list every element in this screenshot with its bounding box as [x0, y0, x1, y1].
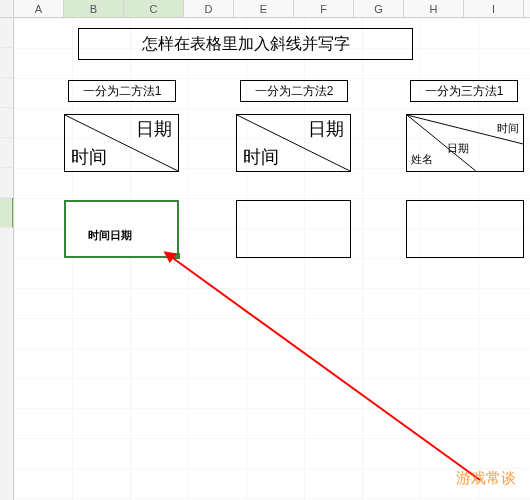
col-header-E[interactable]: E: [234, 0, 294, 17]
col-header-H[interactable]: H: [404, 0, 464, 17]
row-header[interactable]: [0, 18, 13, 48]
col-header-C[interactable]: C: [124, 0, 184, 17]
row-header-active[interactable]: [0, 198, 13, 228]
col-header-I[interactable]: I: [464, 0, 524, 17]
empty-cell-m3: [406, 200, 524, 258]
spreadsheet-area: A B C D E F G H I 怎样在表格里加入斜线并写字 一分为二方法1 …: [0, 0, 530, 500]
col-header-A[interactable]: A: [14, 0, 64, 17]
row-headers: [0, 18, 14, 500]
diag-top-label: 时间: [497, 121, 519, 136]
fill-handle[interactable]: [174, 253, 180, 259]
method-label-3: 一分为三方法1: [410, 80, 518, 102]
diag-bottom-label: 时间: [243, 145, 279, 169]
empty-cell-m2: [236, 200, 351, 258]
diag-top-label: 日期: [136, 117, 172, 141]
method-label-1: 一分为二方法1: [68, 80, 176, 102]
diag-bottom-label: 时间: [71, 145, 107, 169]
method-label-2: 一分为二方法2: [240, 80, 348, 102]
diagonal-cell-m3: 时间 日期 姓名: [406, 114, 524, 172]
diag-bottom-label: 姓名: [411, 152, 433, 167]
diag-top-label: 日期: [308, 117, 344, 141]
row-header[interactable]: [0, 48, 13, 78]
column-headers: A B C D E F G H I: [0, 0, 530, 18]
select-all-corner[interactable]: [0, 0, 14, 17]
diagonal-cell-m2: 日期 时间: [236, 114, 351, 172]
row-header[interactable]: [0, 108, 13, 138]
active-cell-value: 时间日期: [88, 228, 132, 243]
active-cell[interactable]: 时间日期: [64, 200, 179, 258]
row-header[interactable]: [0, 78, 13, 108]
diag-mid-label: 日期: [447, 141, 469, 156]
col-header-D[interactable]: D: [184, 0, 234, 17]
col-header-G[interactable]: G: [354, 0, 404, 17]
page-title: 怎样在表格里加入斜线并写字: [78, 28, 413, 60]
col-header-B[interactable]: B: [64, 0, 124, 17]
watermark-text: 游戏常谈: [456, 469, 516, 488]
diagonal-cell-m1: 日期 时间: [64, 114, 179, 172]
row-header[interactable]: [0, 138, 13, 168]
row-header[interactable]: [0, 168, 13, 198]
col-header-F[interactable]: F: [294, 0, 354, 17]
